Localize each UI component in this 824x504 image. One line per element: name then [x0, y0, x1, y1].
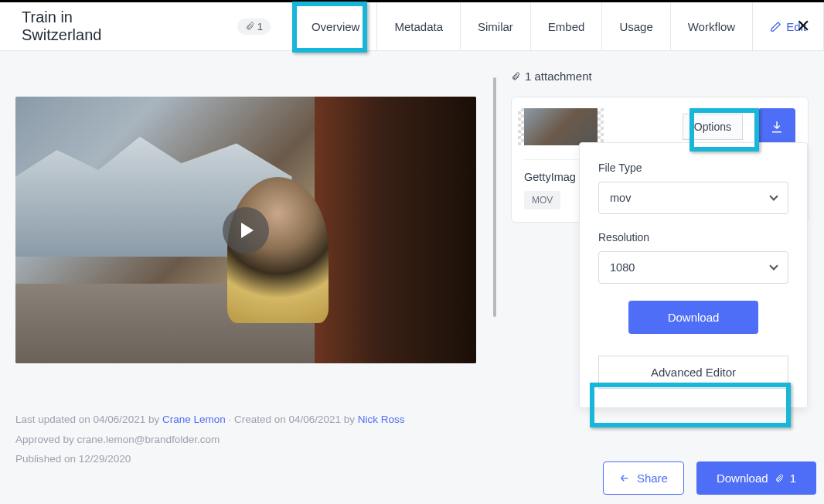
video-preview[interactable] — [15, 97, 476, 363]
download-all-button[interactable]: Download 1 — [696, 461, 816, 495]
file-type-badge: MOV — [524, 191, 560, 209]
advanced-editor-button[interactable]: Advanced Editor — [598, 356, 788, 389]
tab-bar: Overview Metadata Similar Embed Usage Wo… — [294, 2, 824, 50]
play-icon[interactable] — [223, 207, 269, 254]
attachments-heading: 1 attachment — [511, 70, 809, 83]
scrollbar[interactable] — [493, 77, 496, 317]
header-bar: Train in Switzerland 1 Overview Metadata… — [0, 2, 824, 51]
file-type-select[interactable]: mov — [598, 182, 788, 214]
share-icon — [619, 472, 631, 484]
chevron-down-icon — [769, 261, 778, 270]
tab-embed[interactable]: Embed — [531, 2, 603, 50]
options-button[interactable]: Options — [683, 114, 743, 140]
asset-title: Train in Switzerland — [22, 9, 145, 44]
published-on: Published on 12/29/2020 — [15, 449, 476, 469]
meta-info: Last updated on 04/06/2021 by Crane Lemo… — [15, 410, 476, 469]
share-button[interactable]: Share — [603, 461, 684, 495]
download-icon — [770, 120, 784, 134]
download-icon-button[interactable] — [758, 108, 795, 145]
close-icon[interactable]: ✕ — [796, 16, 810, 36]
attachment-count-pill: 1 — [237, 19, 271, 35]
tab-workflow[interactable]: Workflow — [671, 2, 753, 50]
resolution-select[interactable]: 1080 — [598, 251, 788, 284]
file-type-label: File Type — [598, 162, 788, 174]
panel-download-button[interactable]: Download — [628, 301, 758, 334]
tab-metadata[interactable]: Metadata — [377, 2, 461, 50]
created-by-user-link[interactable]: Nick Ross — [358, 414, 405, 425]
tab-similar[interactable]: Similar — [461, 2, 531, 50]
approved-by: Approved by crane.lemon@brandfolder.com — [15, 430, 476, 450]
attachment-thumbnail[interactable] — [524, 108, 598, 145]
updated-by-user-link[interactable]: Crane Lemon — [162, 414, 226, 425]
tab-overview[interactable]: Overview — [294, 2, 378, 50]
pencil-icon — [770, 21, 781, 32]
tab-usage[interactable]: Usage — [602, 2, 670, 50]
tab-edit[interactable]: Edit — [753, 2, 824, 50]
chevron-down-icon — [769, 192, 778, 200]
attachment-card: Options GettyImag MOV File Type mov Reso… — [511, 97, 809, 223]
paperclip-icon — [775, 474, 784, 483]
options-panel: File Type mov Resolution 1080 Download A… — [579, 142, 808, 408]
resolution-label: Resolution — [598, 231, 788, 243]
